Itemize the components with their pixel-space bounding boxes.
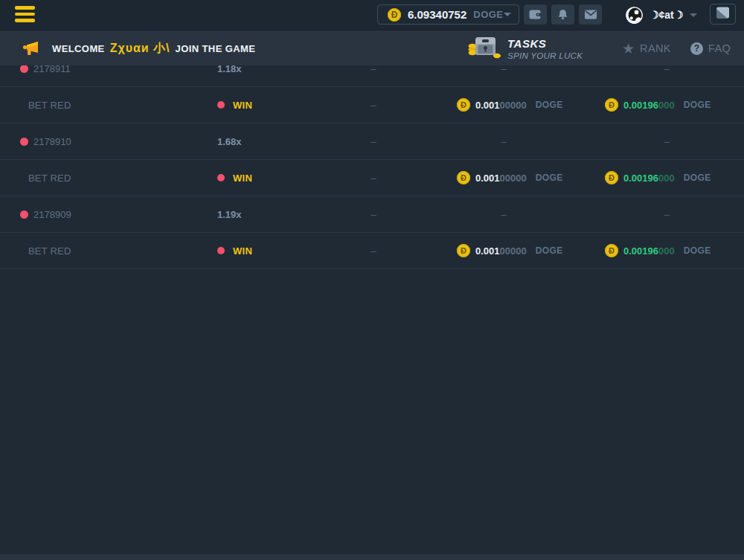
- welcome-prefix: WELCOME: [52, 43, 105, 54]
- currency-label: DOGE: [684, 100, 711, 110]
- multiplier: 1.68x: [217, 136, 242, 147]
- faq-link[interactable]: ? FAQ: [690, 30, 731, 66]
- table-row: 21789091.19x–––: [0, 196, 744, 233]
- rank-link[interactable]: ★ RANK: [622, 30, 671, 66]
- dash-cell: –: [329, 245, 418, 257]
- result-cell: WIN: [217, 245, 329, 257]
- messages-button[interactable]: [579, 4, 602, 25]
- bet-label: BET RED: [20, 173, 71, 184]
- avatar: [626, 7, 643, 24]
- game-id-cell: 2178911: [20, 65, 217, 74]
- table-row: 21789101.68x–––: [0, 123, 744, 160]
- table-row: BET REDWIN–Đ0.00100000DOGEĐ0.00196000DOG…: [0, 233, 744, 269]
- game-dot-icon: [20, 65, 28, 73]
- doge-coin-icon: Đ: [457, 98, 470, 112]
- tasks-subtitle: SPIN YOUR LUCK: [507, 51, 583, 60]
- doge-coin-icon: Đ: [605, 244, 618, 257]
- multiplier: 1.19x: [217, 209, 242, 220]
- amount-value: 0.00196000: [623, 173, 675, 184]
- chat-icon: [716, 7, 730, 22]
- hamburger-bar: [15, 19, 35, 22]
- username: ☽¢at☽: [650, 9, 683, 21]
- amount-value: 0.00100000: [475, 173, 527, 184]
- amount-value: 0.00100000: [475, 245, 527, 257]
- top-bar: Đ 6.09340752 DOGE ☽¢at☽: [0, 0, 744, 30]
- user-menu[interactable]: ☽¢at☽: [626, 0, 697, 30]
- bet-amount: Đ0.00100000DOGE: [457, 98, 589, 112]
- currency-label: DOGE: [536, 100, 563, 110]
- faq-label: FAQ: [708, 42, 731, 54]
- welcome-message: WELCOME Ζχυαи 小\ JOIN THE GAME: [52, 30, 255, 66]
- table-row: 21789111.18x–––: [0, 65, 744, 87]
- profit-cell: Đ0.00196000DOGE: [589, 244, 744, 257]
- win-dot-icon: [217, 101, 225, 109]
- treasure-chest-icon: [467, 33, 501, 64]
- dash-cell: –: [329, 100, 418, 111]
- chat-toggle-button[interactable]: [710, 4, 736, 25]
- profit-cell: –: [589, 136, 744, 147]
- currency-label: DOGE: [684, 173, 711, 183]
- doge-coin-icon: Đ: [388, 8, 401, 22]
- win-label: WIN: [233, 245, 252, 257]
- doge-coin-icon: Đ: [605, 171, 618, 184]
- bell-icon: [557, 9, 568, 20]
- bet-label-cell: BET RED: [20, 100, 217, 111]
- win-dot-icon: [217, 247, 225, 254]
- currency-label: DOGE: [536, 173, 563, 183]
- multiplier-cell: 1.19x: [217, 209, 329, 220]
- profit-cell: –: [589, 209, 744, 220]
- chevron-down-icon: [504, 13, 511, 16]
- game-id-cell: 2178910: [20, 136, 217, 147]
- multiplier-cell: 1.68x: [217, 136, 329, 147]
- result-cell: WIN: [217, 173, 329, 184]
- notifications-button[interactable]: [551, 4, 574, 25]
- win-label: WIN: [233, 100, 252, 111]
- balance-selector[interactable]: Đ 6.09340752 DOGE: [377, 4, 519, 25]
- currency-label: DOGE: [684, 245, 711, 256]
- bet-history-table: 21789111.18x–––BET REDWIN–Đ0.00100000DOG…: [0, 65, 744, 560]
- profit-cell: Đ0.00196000DOGE: [589, 98, 744, 112]
- multiplier: 1.18x: [217, 65, 242, 74]
- megaphone-icon: [21, 41, 39, 59]
- welcome-username: Ζχυαи 小\: [110, 41, 170, 57]
- profit-cell: Đ0.00196000DOGE: [589, 171, 744, 184]
- profit-amount: Đ0.00196000DOGE: [605, 171, 744, 184]
- bet-cell: –: [418, 136, 589, 147]
- result-cell: –: [329, 209, 418, 220]
- balance-currency: DOGE: [473, 9, 503, 20]
- doge-coin-icon: Đ: [457, 171, 470, 184]
- bet-cell: –: [418, 65, 589, 74]
- balance-amount: 6.09340752: [408, 8, 466, 21]
- profit-amount: Đ0.00196000DOGE: [605, 98, 744, 112]
- game-id: 2178911: [33, 65, 71, 74]
- wallet-button[interactable]: [524, 4, 547, 25]
- bet-label-cell: BET RED: [20, 173, 217, 184]
- chevron-down-icon: [690, 13, 697, 17]
- bet-cell: –: [418, 209, 589, 220]
- win-dot-icon: [217, 174, 225, 181]
- win-label: WIN: [233, 173, 252, 184]
- game-id-cell: 2178909: [20, 209, 217, 220]
- welcome-suffix: JOIN THE GAME: [176, 43, 256, 54]
- result-cell: –: [329, 136, 418, 147]
- amount-value: 0.00196000: [623, 245, 675, 257]
- bet-cell: Đ0.00100000DOGE: [418, 171, 589, 184]
- star-icon: ★: [622, 42, 635, 56]
- tasks-link[interactable]: TASKS SPIN YOUR LUCK: [467, 30, 583, 66]
- bottom-strip: [0, 554, 744, 560]
- dash-cell: –: [329, 173, 418, 184]
- result-cell: –: [329, 65, 418, 74]
- question-mark-icon: ?: [690, 42, 703, 55]
- bet-label: BET RED: [20, 245, 71, 257]
- bet-amount: Đ0.00100000DOGE: [457, 171, 589, 184]
- hamburger-bar: [15, 13, 35, 16]
- bet-history-rows: 21789111.18x–––BET REDWIN–Đ0.00100000DOG…: [0, 65, 744, 269]
- rank-label: RANK: [640, 42, 671, 54]
- menu-hamburger-icon[interactable]: [15, 6, 35, 24]
- bet-label-cell: BET RED: [20, 245, 217, 257]
- game-id: 2178909: [33, 209, 71, 220]
- mail-icon: [585, 10, 597, 19]
- amount-value: 0.00100000: [475, 100, 527, 111]
- game-dot-icon: [20, 138, 28, 146]
- table-row: BET REDWIN–Đ0.00100000DOGEĐ0.00196000DOG…: [0, 160, 744, 196]
